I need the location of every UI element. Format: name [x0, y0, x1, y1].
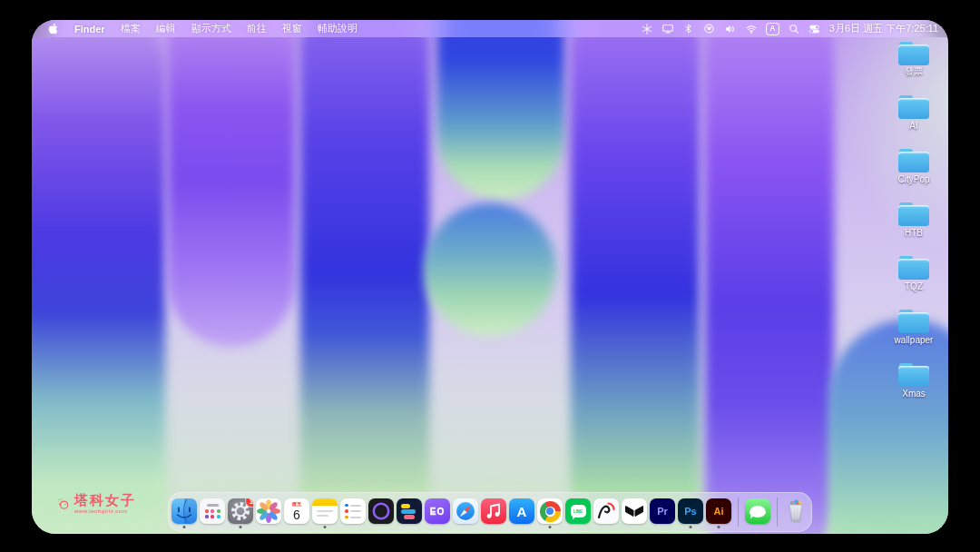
illustrator-icon: Ai	[706, 498, 731, 524]
menu-edit[interactable]: 編輯	[156, 22, 176, 35]
dock-chrome[interactable]	[537, 494, 563, 530]
control-center-icon[interactable]	[808, 23, 821, 35]
menu-app-name[interactable]: Finder	[74, 24, 105, 34]
volume-icon[interactable]	[724, 23, 737, 35]
chrome-icon	[537, 498, 563, 524]
wifi-icon[interactable]	[745, 23, 758, 35]
notability-icon	[593, 498, 619, 524]
brightness-icon[interactable]	[641, 23, 653, 35]
folder-icon	[898, 95, 929, 119]
input-source-icon[interactable]: A	[766, 23, 779, 35]
dock: 1	[168, 492, 812, 532]
dock-structured[interactable]	[397, 494, 422, 530]
messages-bubble-icon	[745, 498, 770, 524]
trash-icon	[783, 498, 808, 524]
structured-icon	[397, 498, 422, 524]
dock-divider	[738, 498, 739, 527]
desktop-folder-xmas[interactable]: Xmas	[883, 363, 945, 399]
app-store-letter: A	[517, 504, 527, 519]
dock-capcut[interactable]	[622, 494, 647, 530]
running-indicator	[549, 526, 552, 528]
menu-bar: Finder 檔案 編輯 顯示方式 前往 視窗 輔助說明	[32, 20, 948, 37]
folder-label: 發票	[905, 65, 923, 78]
running-indicator	[324, 526, 327, 528]
dock-notability[interactable]	[593, 494, 619, 530]
watermark: 塔科女子 www.techgirlz.com	[57, 493, 136, 514]
music-note-icon	[481, 498, 506, 524]
dock-finder[interactable]	[172, 494, 197, 530]
capcut-icon	[622, 498, 647, 524]
watermark-text: 塔科女子 www.techgirlz.com	[74, 493, 136, 514]
desktop-folder-htb[interactable]: HTB	[883, 202, 945, 239]
dock-music[interactable]	[481, 494, 506, 530]
dock-system-settings[interactable]: 1	[228, 494, 253, 530]
desktop-folder-invoice[interactable]: 發票	[883, 42, 945, 78]
dock-safari[interactable]	[453, 494, 478, 530]
calendar-day: 6	[293, 508, 300, 521]
folder-icon	[898, 256, 929, 280]
folder-label: wallpaper	[895, 335, 934, 345]
folder-icon	[898, 363, 929, 387]
dock-photoshop[interactable]: Ps	[678, 494, 703, 530]
premiere-pro-icon: Pr	[650, 498, 675, 524]
folder-icon	[898, 310, 929, 333]
screen: Finder 檔案 編輯 顯示方式 前往 視窗 輔助說明	[0, 0, 980, 552]
dock-divider	[777, 498, 778, 527]
dock-line[interactable]: LINE	[565, 494, 591, 530]
folder-icon	[898, 202, 929, 226]
finder-icon	[172, 498, 197, 524]
apple-menu[interactable]	[46, 23, 59, 35]
wallpaper	[32, 20, 948, 534]
launchpad-icon	[200, 498, 225, 524]
watermark-title: 塔科女子	[74, 493, 136, 507]
menu-window[interactable]: 視窗	[282, 22, 302, 35]
dock-focus-ring-app[interactable]	[368, 494, 394, 530]
purple-ring-icon	[368, 498, 394, 524]
display-icon[interactable]	[662, 23, 674, 35]
dock-eo-app[interactable]: EO	[425, 494, 450, 530]
running-indicator	[718, 526, 720, 528]
dock-calendar[interactable]: 週五 6	[284, 494, 309, 530]
desktop-folder-tqz[interactable]: TQZ	[883, 256, 945, 292]
folder-label: HTB	[905, 228, 923, 238]
folder-label: Xmas	[902, 389, 926, 399]
desktop-folder-ai[interactable]: AI	[883, 95, 945, 132]
hotspot-icon[interactable]	[703, 23, 716, 35]
menu-go[interactable]: 前往	[247, 22, 267, 35]
dock-illustrator[interactable]: Ai	[706, 494, 731, 530]
wallpaper-capsule	[168, 20, 295, 347]
notes-icon	[312, 498, 338, 524]
eo-app-glyph: EO	[430, 507, 445, 517]
folder-label: AI	[909, 121, 917, 131]
dock-launchpad[interactable]	[200, 494, 225, 530]
dock-notes[interactable]	[312, 494, 338, 530]
menu-clock[interactable]: 3月6日 週五 下午7:25:11	[829, 22, 938, 35]
desktop-folder-citypop[interactable]: CityPop	[883, 149, 945, 185]
folder-icon	[898, 42, 929, 64]
photos-flower-icon	[256, 498, 281, 524]
menu-view[interactable]: 顯示方式	[191, 22, 231, 35]
wallpaper-sphere	[424, 203, 556, 336]
wallpaper-capsule	[437, 20, 564, 200]
desktop-folder-wallpaper[interactable]: wallpaper	[883, 310, 945, 346]
calendar-weekday: 週五	[292, 501, 302, 508]
menu-file[interactable]: 檔案	[121, 22, 141, 35]
calendar-icon: 週五 6	[284, 498, 309, 524]
line-icon: LINE	[565, 498, 591, 524]
dock-photos[interactable]	[256, 494, 281, 530]
eo-app-icon: EO	[425, 498, 450, 524]
menu-help[interactable]: 輔助說明	[318, 22, 358, 35]
bluetooth-icon[interactable]	[682, 23, 695, 35]
dock-reminders[interactable]	[340, 494, 366, 530]
spotlight-icon[interactable]	[788, 23, 800, 35]
dock-app-store[interactable]: A	[509, 494, 534, 530]
running-indicator	[690, 526, 692, 528]
dock-premiere-pro[interactable]: Pr	[650, 494, 675, 530]
settings-gear-icon: 1	[228, 498, 253, 524]
dock-trash[interactable]	[783, 494, 808, 530]
line-label: LINE	[573, 509, 583, 514]
app-store-icon: A	[509, 498, 534, 524]
desktop: Finder 檔案 編輯 顯示方式 前往 視窗 輔助說明	[32, 20, 948, 534]
photoshop-icon: Ps	[678, 498, 703, 524]
dock-messages[interactable]	[745, 494, 770, 530]
